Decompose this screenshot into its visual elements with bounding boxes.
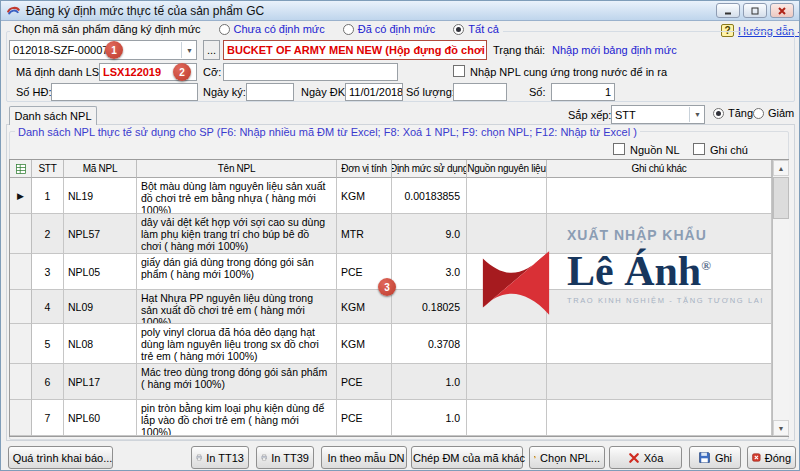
reg-date-field[interactable]: 11/01/2018 (345, 83, 403, 101)
excel-export-icon[interactable] (10, 160, 32, 178)
cell-nguon[interactable] (467, 254, 547, 290)
cell-ten-npl[interactable]: pin tròn bằng kim loại phụ kiện dùng để … (137, 400, 337, 436)
chevron-down-icon[interactable]: ▼ (181, 42, 193, 58)
row-selector[interactable] (10, 400, 32, 436)
cell-nguon[interactable] (467, 364, 547, 400)
cell-stt[interactable]: 7 (32, 400, 64, 436)
radio-sort-asc[interactable]: Tăng (713, 107, 753, 119)
cell-ma-npl[interactable]: NL19 (64, 178, 137, 214)
minimize-button[interactable] (716, 3, 740, 18)
cell-ghi-chu[interactable] (547, 178, 772, 214)
cell-ten-npl[interactable]: dây vải dệt kết hợp với sợi cao su dùng … (137, 214, 337, 254)
cell-ghi-chu[interactable] (547, 254, 772, 290)
cell-dvt[interactable]: KGM (337, 324, 392, 364)
scroll-down-icon[interactable]: ▼ (773, 420, 789, 436)
cell-dvt[interactable]: KGM (337, 178, 392, 214)
ghi-chu-checkbox[interactable] (693, 143, 705, 155)
product-name-field[interactable]: BUCKET OF ARMY MEN NEW (Hộp đựng đồ chơi… (223, 40, 487, 60)
chep-dm-button[interactable]: Chép ĐM của mã khác (411, 446, 523, 469)
ghi-button[interactable]: Ghi (689, 446, 741, 469)
cell-nguon[interactable] (467, 400, 547, 436)
cell-ghi-chu[interactable] (547, 400, 772, 436)
column-header-dinh-muc[interactable]: Định mức sử dụng (392, 160, 467, 178)
number-field[interactable]: 1 (551, 83, 615, 101)
row-selector[interactable] (10, 290, 32, 324)
cell-ten-npl[interactable]: poly vinyl clorua đã hóa dẻo dạng hạt dù… (137, 324, 337, 364)
cell-dinh-muc[interactable]: 0.3708 (392, 324, 467, 364)
browse-button[interactable]: ... (203, 40, 220, 60)
product-code-combobox[interactable]: 012018-SZF-000077 ▼ (9, 40, 197, 60)
cell-ghi-chu[interactable] (547, 364, 772, 400)
cell-stt[interactable]: 5 (32, 324, 64, 364)
cell-dvt[interactable]: PCE (337, 364, 392, 400)
row-selector[interactable]: ▶ (10, 178, 32, 214)
column-header-ghi-chu[interactable]: Ghi chú khác (547, 160, 772, 178)
qua-trinh-khai-bao-button[interactable]: Quá trình khai báo... (8, 446, 113, 469)
cell-ma-npl[interactable]: NPL57 (64, 214, 137, 254)
xoa-button[interactable]: Xóa (609, 446, 682, 469)
column-header-stt[interactable]: STT (32, 160, 64, 178)
maximize-button[interactable] (743, 3, 767, 18)
cell-stt[interactable]: 3 (32, 254, 64, 290)
cell-stt[interactable]: 2 (32, 214, 64, 254)
cell-dvt[interactable]: MTR (337, 214, 392, 254)
radio-sort-desc[interactable]: Giảm (753, 107, 794, 119)
cell-stt[interactable]: 6 (32, 364, 64, 400)
cell-nguon[interactable] (467, 324, 547, 364)
dong-button[interactable]: Đóng (747, 446, 796, 469)
row-selector[interactable] (10, 364, 32, 400)
scrollbar-thumb[interactable] (773, 177, 789, 219)
sort-combobox[interactable]: STT ▼ (611, 105, 705, 124)
cell-ghi-chu[interactable] (547, 324, 772, 364)
cell-ma-npl[interactable]: NL08 (64, 324, 137, 364)
cell-dinh-muc[interactable]: 1.0 (392, 400, 467, 436)
cell-ma-npl[interactable]: NPL17 (64, 364, 137, 400)
cell-nguon[interactable] (467, 178, 547, 214)
cell-ten-npl[interactable]: Hạt Nhựa PP nguyên liệu dùng trong sản x… (137, 290, 337, 324)
radio-tat-ca[interactable]: Tất cả (453, 23, 499, 35)
domestic-npl-checkbox[interactable] (453, 65, 465, 77)
tab-danh-sach-npl[interactable]: Danh sách NPL (9, 106, 97, 125)
cell-ma-npl[interactable]: NL09 (64, 290, 137, 324)
cell-stt[interactable]: 4 (32, 290, 64, 324)
radio-chua-co-dinh-muc[interactable]: Chưa có định mức (219, 23, 325, 35)
cell-dinh-muc[interactable]: 0.00183855 (392, 178, 467, 214)
cell-stt[interactable]: 1 (32, 178, 64, 214)
scroll-up-icon[interactable]: ▲ (773, 160, 789, 176)
cell-ma-npl[interactable]: NPL05 (64, 254, 137, 290)
in-tt39-button[interactable]: In TT39 (256, 446, 314, 469)
close-button[interactable] (770, 3, 794, 18)
row-selector[interactable] (10, 214, 32, 254)
radio-da-co-dinh-muc[interactable]: Đã có định mức (343, 23, 436, 35)
sign-date-field[interactable] (246, 83, 294, 101)
quantity-field[interactable] (453, 83, 507, 101)
cell-dinh-muc[interactable]: 3.0 (392, 254, 467, 290)
cell-ghi-chu[interactable] (547, 214, 772, 254)
cell-ten-npl[interactable]: Mác treo dùng trong đóng gói sản phẩm ( … (137, 364, 337, 400)
row-selector[interactable] (10, 254, 32, 290)
cell-ten-npl[interactable]: Bột màu dùng làm nguyên liệu sản xuất đồ… (137, 178, 337, 214)
column-header-nguon[interactable]: Nguồn nguyên liệu (467, 160, 547, 178)
cell-ma-npl[interactable]: NPL60 (64, 400, 137, 436)
cell-ten-npl[interactable]: giấy dán giá dùng trong đóng gói sản phẩ… (137, 254, 337, 290)
cell-dvt[interactable]: PCE (337, 400, 392, 436)
column-header-ten-npl[interactable]: Tên NPL (137, 160, 337, 178)
cell-ghi-chu[interactable] (547, 290, 772, 324)
cell-dinh-muc[interactable]: 0.18025 (392, 290, 467, 324)
nguon-nl-checkbox[interactable] (613, 143, 625, 155)
chevron-down-icon[interactable]: ▼ (689, 107, 701, 122)
in-tt13-button[interactable]: In TT13 (191, 446, 249, 469)
cell-dinh-muc[interactable]: 9.0 (392, 214, 467, 254)
cell-nguon[interactable] (467, 290, 547, 324)
column-header-dvt[interactable]: Đơn vị tính (337, 160, 392, 178)
vertical-scrollbar[interactable]: ▲ ▼ (772, 160, 789, 436)
radio-circle-icon (753, 108, 764, 119)
size-field[interactable] (223, 63, 398, 81)
row-selector[interactable] (10, 324, 32, 364)
contract-field[interactable] (51, 83, 198, 101)
cell-nguon[interactable] (467, 214, 547, 254)
in-theo-mau-dn-button[interactable]: In theo mẫu DN (321, 446, 407, 469)
column-header-ma-npl[interactable]: Mã NPL (64, 160, 137, 178)
cell-dinh-muc[interactable]: 1.0 (392, 364, 467, 400)
chon-npl-button[interactable]: Chọn NPL... (529, 446, 605, 469)
